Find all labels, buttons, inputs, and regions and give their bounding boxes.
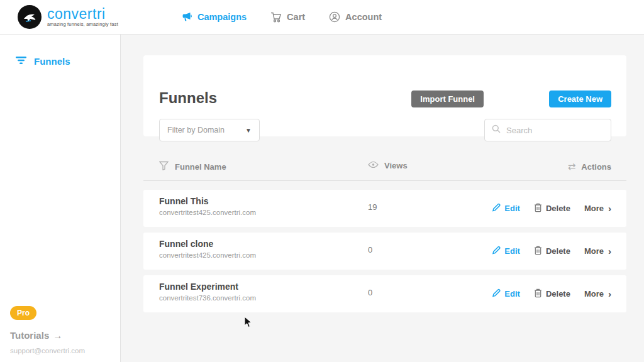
views-header-label: Views bbox=[384, 161, 408, 170]
delete-button[interactable]: Delete bbox=[534, 288, 570, 300]
more-button[interactable]: More › bbox=[584, 246, 611, 256]
edit-button[interactable]: Edit bbox=[492, 246, 520, 256]
megaphone-icon bbox=[181, 12, 192, 22]
edit-button[interactable]: Edit bbox=[492, 288, 520, 299]
nav-item-account[interactable]: Account bbox=[329, 11, 382, 23]
delete-label: Delete bbox=[546, 289, 570, 299]
row-actions: Edit Delete More › bbox=[492, 275, 611, 312]
edit-label: Edit bbox=[504, 289, 520, 299]
more-label: More bbox=[584, 289, 604, 299]
arrow-right-icon: → bbox=[53, 330, 62, 341]
funnel-views-count: 0 bbox=[368, 288, 372, 297]
funnel-domain: convertritest736.convertri.com bbox=[159, 294, 256, 302]
tutorials-link[interactable]: Tutorials→ bbox=[10, 330, 85, 341]
more-button[interactable]: More › bbox=[584, 203, 611, 214]
search-icon bbox=[492, 124, 501, 136]
brand-name: convertri bbox=[47, 7, 118, 21]
funnels-header-card: Funnels Import Funnel Create New Filter … bbox=[143, 55, 626, 136]
sidebar: Funnels Pro Tutorials→ support@convertri… bbox=[0, 35, 121, 362]
convertri-logo[interactable]: convertri amazing funnels, amazingly fas… bbox=[18, 5, 118, 29]
brand-text: convertri amazing funnels, amazingly fas… bbox=[47, 7, 118, 27]
sidebar-item-funnels[interactable]: Funnels bbox=[0, 35, 120, 67]
delete-button[interactable]: Delete bbox=[534, 246, 570, 257]
page-title: Funnels bbox=[159, 89, 217, 107]
more-button[interactable]: More › bbox=[584, 288, 611, 299]
trash-icon bbox=[534, 203, 542, 214]
edit-label: Edit bbox=[504, 204, 520, 213]
pencil-icon bbox=[492, 203, 501, 214]
actions-header-label: Actions bbox=[581, 162, 611, 172]
nav-item-campaigns[interactable]: Campaigns bbox=[181, 12, 247, 22]
nav-label-campaigns: Campaigns bbox=[197, 12, 247, 22]
import-funnel-button[interactable]: Import Funnel bbox=[411, 90, 484, 107]
funnel-views-count: 19 bbox=[368, 202, 377, 212]
top-bar: convertri amazing funnels, amazingly fas… bbox=[0, 0, 644, 35]
convertri-logo-icon bbox=[18, 5, 42, 29]
funnel-name[interactable]: Funnel Experiment bbox=[159, 282, 238, 292]
nav-label-account: Account bbox=[345, 12, 382, 22]
funnel-filter-icon bbox=[16, 56, 26, 67]
funnels-table-header: Funnel Name Views ⇄ Actions bbox=[143, 157, 626, 181]
row-actions: Edit Delete More › bbox=[492, 233, 611, 270]
row-actions: Edit Delete More › bbox=[492, 190, 611, 227]
nav-label-cart: Cart bbox=[287, 12, 305, 22]
edit-button[interactable]: Edit bbox=[492, 203, 520, 214]
more-label: More bbox=[584, 204, 604, 213]
chevron-right-icon: › bbox=[608, 203, 611, 214]
funnel-row: Funnel Experiment convertritest736.conve… bbox=[143, 275, 626, 312]
tutorials-label: Tutorials bbox=[10, 330, 49, 341]
brand-tagline: amazing funnels, amazingly fast bbox=[47, 21, 118, 27]
create-new-button[interactable]: Create New bbox=[549, 90, 611, 107]
eye-icon bbox=[368, 161, 379, 170]
trash-icon bbox=[534, 246, 542, 257]
funnel-name-header-label: Funnel Name bbox=[175, 162, 226, 172]
pencil-icon bbox=[492, 288, 501, 299]
nav-item-cart[interactable]: Cart bbox=[270, 12, 305, 23]
column-header-views[interactable]: Views bbox=[368, 161, 408, 170]
filter-dropdown-label: Filter by Domain bbox=[167, 126, 225, 134]
filter-by-domain-dropdown[interactable]: Filter by Domain ▼ bbox=[159, 119, 260, 141]
delete-label: Delete bbox=[546, 204, 570, 213]
trash-icon bbox=[534, 288, 542, 300]
funnel-domain: convertritest425.convertri.com bbox=[159, 209, 256, 216]
main-content: Funnels Import Funnel Create New Filter … bbox=[121, 35, 644, 362]
cart-icon bbox=[270, 12, 282, 23]
swap-arrows-icon: ⇄ bbox=[568, 161, 576, 172]
column-header-funnel-name[interactable]: Funnel Name bbox=[159, 161, 226, 172]
search-box bbox=[484, 119, 611, 141]
chevron-right-icon: › bbox=[608, 246, 611, 256]
column-header-actions[interactable]: ⇄ Actions bbox=[568, 161, 611, 172]
top-navigation: Campaigns Cart Account bbox=[181, 11, 382, 23]
funnel-row: Funnel This convertritest425.convertri.c… bbox=[143, 190, 626, 227]
funnel-name[interactable]: Funnel This bbox=[159, 196, 209, 206]
edit-label: Edit bbox=[504, 246, 520, 256]
funnel-domain: convertritest425.convertri.com bbox=[159, 251, 256, 259]
more-label: More bbox=[584, 246, 604, 256]
sidebar-footer: Pro Tutorials→ support@convertri.com bbox=[10, 306, 85, 354]
sidebar-funnels-label: Funnels bbox=[34, 56, 70, 67]
funnel-icon bbox=[159, 161, 169, 172]
chevron-right-icon: › bbox=[608, 288, 611, 299]
chevron-down-icon: ▼ bbox=[245, 127, 252, 134]
search-input[interactable] bbox=[506, 126, 617, 135]
delete-label: Delete bbox=[546, 246, 570, 256]
account-icon bbox=[329, 11, 340, 23]
support-email[interactable]: support@convertri.com bbox=[10, 347, 85, 354]
funnel-name[interactable]: Funnel clone bbox=[159, 239, 213, 249]
pro-badge[interactable]: Pro bbox=[10, 306, 36, 320]
funnel-views-count: 0 bbox=[368, 245, 372, 255]
funnel-row: Funnel clone convertritest425.convertri.… bbox=[143, 233, 626, 270]
pencil-icon bbox=[492, 246, 501, 256]
delete-button[interactable]: Delete bbox=[534, 203, 570, 214]
